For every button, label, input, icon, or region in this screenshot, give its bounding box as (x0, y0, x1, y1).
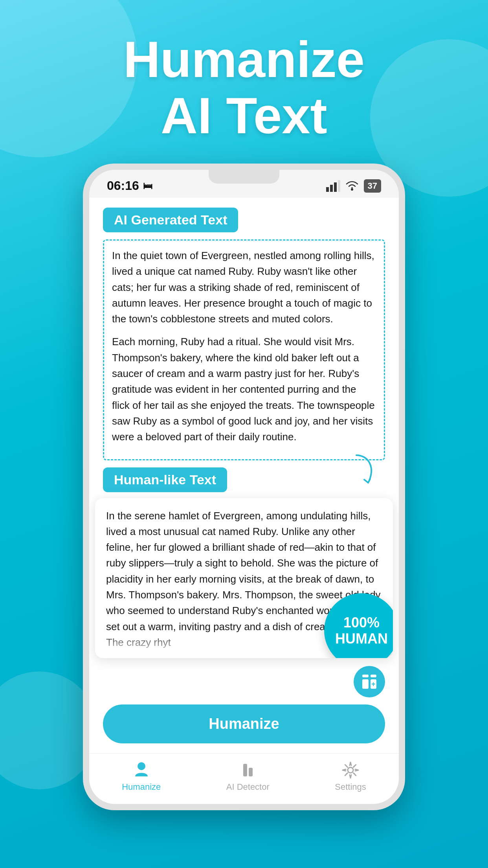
page-wrapper: Humanize AI Text 06:16 🛏 (0, 0, 488, 868)
settings-tab-icon (341, 761, 360, 780)
svg-point-4 (351, 188, 353, 191)
status-bar: 06:16 🛏 (89, 170, 399, 198)
app-title-line1: Humanize (123, 31, 365, 88)
title-section: Humanize AI Text (123, 31, 365, 144)
bg-decoration-1 (0, 0, 138, 157)
ai-paragraph-2: Each morning, Ruby had a ritual. She wou… (112, 334, 376, 445)
svg-rect-3 (338, 180, 340, 192)
grid-dot-1 (362, 675, 369, 677)
svg-rect-2 (334, 182, 337, 192)
svg-point-8 (348, 767, 353, 773)
ai-detector-tab-icon (238, 761, 257, 780)
svg-rect-6 (243, 764, 247, 776)
grid-float-button[interactable]: + (354, 666, 385, 697)
svg-rect-0 (326, 187, 329, 192)
phone-bottom: + Humanize (89, 658, 399, 753)
grid-icon: + (362, 675, 376, 689)
tab-ai-detector[interactable]: AI Detector (226, 761, 270, 792)
humanize-tab-icon (132, 761, 151, 780)
ai-paragraph-1: In the quiet town of Evergreen, nestled … (112, 248, 376, 327)
curved-arrow-icon (352, 451, 380, 491)
ai-generated-label: AI Generated Text (103, 208, 238, 232)
ai-label-text: AI Generated Text (114, 212, 227, 227)
signal-icon (326, 180, 340, 192)
tab-settings-label: Settings (335, 782, 366, 792)
svg-rect-1 (330, 185, 333, 192)
bed-icon: 🛏 (143, 180, 152, 191)
svg-rect-7 (249, 768, 253, 776)
tab-humanize[interactable]: Humanize (122, 761, 161, 792)
phone-mockup: 06:16 🛏 (83, 164, 405, 810)
human-label-text: Human-like Text (114, 472, 216, 487)
phone-notch (209, 170, 279, 184)
ai-text-box: In the quiet town of Evergreen, nestled … (103, 239, 385, 460)
wifi-icon (345, 180, 359, 192)
time-display: 06:16 (107, 178, 139, 193)
battery-indicator: 37 (364, 179, 381, 193)
tab-humanize-label: Humanize (122, 782, 161, 792)
app-title-line2: AI Text (123, 88, 365, 144)
phone-frame: 06:16 🛏 (83, 164, 405, 810)
svg-point-5 (138, 762, 145, 770)
grid-dot-4-plus: + (371, 679, 377, 689)
tab-settings[interactable]: Settings (335, 761, 366, 792)
tab-ai-detector-label: AI Detector (226, 782, 270, 792)
tab-navigation: Humanize AI Detector (89, 753, 399, 804)
screen-body: AI Generated Text In the quiet town of E… (89, 198, 399, 492)
human-output-card: In the serene hamlet of Evergreen, among… (95, 498, 393, 658)
phone-screen: 06:16 🛏 (89, 170, 399, 804)
humanize-button[interactable]: Humanize (103, 704, 385, 743)
status-time: 06:16 🛏 (107, 178, 152, 193)
grid-dot-2 (371, 675, 377, 677)
human-like-label: Human-like Text (103, 467, 227, 492)
status-right-icons: 37 (326, 179, 381, 193)
grid-dot-3 (362, 679, 369, 689)
badge-text: 100% HUMAN (335, 614, 388, 647)
